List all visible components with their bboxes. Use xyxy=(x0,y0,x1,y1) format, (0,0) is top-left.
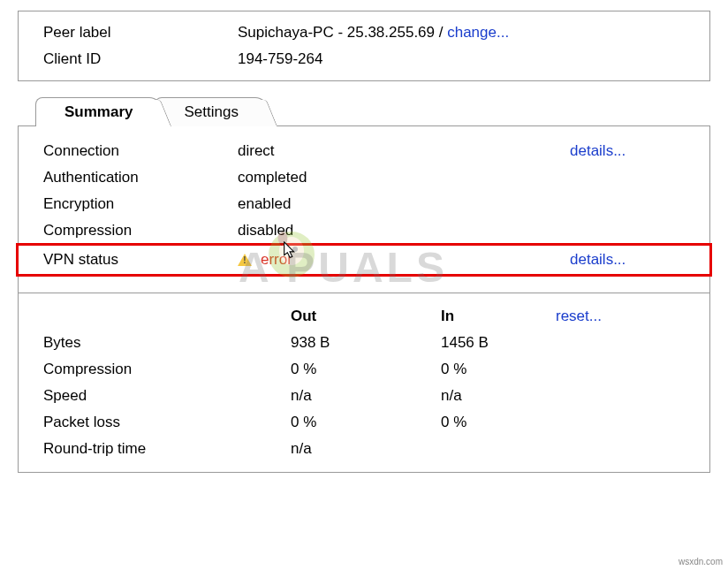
stats-in: 0 % xyxy=(441,414,556,431)
peer-label-text: Peer label xyxy=(43,24,238,42)
encryption-row: Encryption enabled xyxy=(43,195,685,213)
connection-row: Connection direct details... xyxy=(43,142,685,160)
encryption-value: enabled xyxy=(238,195,570,213)
auth-label: Authentication xyxy=(43,169,238,186)
compression-label: Compression xyxy=(43,222,238,239)
peer-label-value: Supichaya-PC - 25.38.255.69 / change... xyxy=(238,24,685,42)
stats-out: 0 % xyxy=(291,414,441,431)
stats-label: Bytes xyxy=(43,334,291,352)
auth-row: Authentication completed xyxy=(43,169,685,186)
auth-value: completed xyxy=(238,169,570,186)
tabs-bar: Summary Settings xyxy=(35,97,710,126)
connection-value: direct xyxy=(238,142,570,160)
table-row: Bytes 938 B 1456 B xyxy=(43,334,685,352)
stats-header-in: In xyxy=(441,308,556,325)
peer-label-row: Peer label Supichaya-PC - 25.38.255.69 /… xyxy=(43,24,685,42)
vpn-status-value: error xyxy=(238,251,570,269)
stats-in: 1456 B xyxy=(441,334,556,352)
peer-value-text: Supichaya-PC - 25.38.255.69 / xyxy=(238,24,447,41)
encryption-label: Encryption xyxy=(43,195,238,213)
stats-label: Round-trip time xyxy=(43,440,291,458)
footer-watermark: wsxdn.com xyxy=(679,557,723,566)
table-row: Packet loss 0 % 0 % xyxy=(43,414,685,431)
stats-header-out: Out xyxy=(291,308,441,325)
peer-info-panel: Peer label Supichaya-PC - 25.38.255.69 /… xyxy=(18,11,710,81)
stats-in: 0 % xyxy=(441,361,556,378)
client-id-row: Client ID 194-759-264 xyxy=(43,50,685,68)
tab-settings[interactable]: Settings xyxy=(155,97,267,126)
stats-header: Out In reset... xyxy=(43,308,685,325)
connection-details-link[interactable]: details... xyxy=(570,142,685,160)
reset-link[interactable]: reset... xyxy=(556,308,671,325)
vpn-status-row: VPN status error details... xyxy=(16,243,712,277)
change-link[interactable]: change... xyxy=(447,24,509,41)
connection-label: Connection xyxy=(43,142,238,160)
tab-summary[interactable]: Summary xyxy=(35,97,162,126)
vpn-details-link[interactable]: details... xyxy=(570,251,685,269)
stats-in: n/a xyxy=(441,387,556,405)
table-row: Compression 0 % 0 % xyxy=(43,361,685,378)
stats-in xyxy=(441,440,556,458)
stats-out: n/a xyxy=(291,440,441,458)
table-row: Round-trip time n/a xyxy=(43,440,685,458)
warning-icon xyxy=(238,254,252,266)
stats-out: 0 % xyxy=(291,361,441,378)
vpn-status-label: VPN status xyxy=(43,251,238,269)
compression-value: disabled xyxy=(238,222,570,239)
stats-label: Compression xyxy=(43,361,291,378)
stats-label: Packet loss xyxy=(43,414,291,431)
table-row: Speed n/a n/a xyxy=(43,387,685,405)
summary-panel: Connection direct details... Authenticat… xyxy=(18,125,710,293)
stats-label: Speed xyxy=(43,387,291,405)
client-id-label: Client ID xyxy=(43,50,238,68)
vpn-status-text: error xyxy=(261,251,292,269)
stats-panel: Out In reset... Bytes 938 B 1456 B Compr… xyxy=(18,293,710,473)
compression-row: Compression disabled xyxy=(43,222,685,239)
client-id-value: 194-759-264 xyxy=(238,50,685,68)
stats-out: n/a xyxy=(291,387,441,405)
stats-out: 938 B xyxy=(291,334,441,352)
